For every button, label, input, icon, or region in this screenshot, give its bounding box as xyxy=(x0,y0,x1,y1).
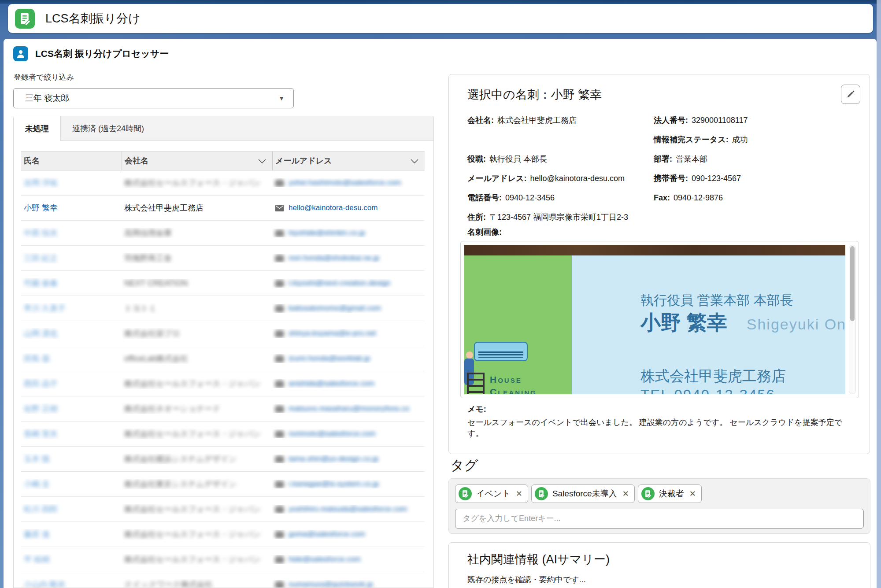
row-company-cell: クイックワーク株式会社 xyxy=(122,579,272,588)
selected-card-panel: 選択中の名刺：小野 繁幸 会社名:株式会社甲斐虎工務店役職:執行役員 本部長メー… xyxy=(448,74,870,454)
table-row[interactable]: 小山内 毅史クイックワーク株式会社numamura@quickwork.jp xyxy=(21,572,425,588)
contact-name-link[interactable]: 小野 繁幸 xyxy=(24,203,58,212)
tab-unprocessed[interactable]: 未処理 xyxy=(14,116,61,141)
table-row[interactable]: 小野 繁幸株式会社甲斐虎工務店hello@kainotora-desu.com xyxy=(21,196,425,221)
contact-name-link[interactable]: 吉岡 洋祐 xyxy=(24,178,58,187)
email-link[interactable]: hide@salesforce.com xyxy=(289,555,361,564)
table-row[interactable]: 松川 四郎株式会社セールスフォース・ジャパンyoshihiro.matsuda@… xyxy=(21,497,425,522)
table-row[interactable]: 三田 紀之羽曳野再工舎nori.honda@shokokai.ne.jp xyxy=(21,246,425,271)
detail-value: 〒123-4567 福岡県宗像市栄町1丁目2-3 xyxy=(489,212,628,222)
email-link[interactable]: yohei.hashimoto@salesforce.com xyxy=(289,178,401,187)
email-link[interactable]: nori.honda@shokokai.ne.jp xyxy=(289,254,379,263)
row-name-cell: 西田 晶子 xyxy=(21,378,122,389)
contact-name-link[interactable]: 中西 恒夫 xyxy=(24,229,58,237)
registrant-filter-select[interactable]: 三年 寝太郎 ▼ xyxy=(13,88,294,108)
table-row[interactable]: 田島 葵officeLab株式会社izumi.honda@worklab.jp xyxy=(21,346,425,371)
row-company-cell: 株式会社ネオーショナード xyxy=(122,403,272,414)
envelope-icon xyxy=(275,355,284,362)
table-row[interactable]: 小嶋 圭株式会社東京システムデザインr.kanegae@ts-system.co… xyxy=(21,472,425,497)
contact-name-link[interactable]: 西田 晶子 xyxy=(24,379,58,388)
main-panel: LCS名刺 振り分けプロセッサー 登録者で絞り込み 三年 寝太郎 ▼ 未処理 連… xyxy=(4,39,877,588)
table-row[interactable]: 西田 晶子株式会社セールスフォース・ジャパンanishida@salesforc… xyxy=(21,371,425,396)
tag-note-icon xyxy=(641,487,655,500)
contact-name-link[interactable]: 三田 紀之 xyxy=(24,254,58,263)
column-header-email[interactable]: メールアドレス xyxy=(272,152,425,170)
contact-name-link[interactable]: 小嶋 圭 xyxy=(24,480,50,488)
tag-remove-icon[interactable]: ✕ xyxy=(622,489,629,499)
email-link[interactable]: t.kiyoshi@next-creation.design xyxy=(289,279,391,288)
contact-name-link[interactable]: 田島 葵 xyxy=(24,354,50,363)
detail-row: Fax:0940-12-9876 xyxy=(654,188,848,207)
contact-name-link[interactable]: 山岡 凛也 xyxy=(24,329,58,338)
email-link[interactable]: tama.shin@ys-design.co.jp xyxy=(289,455,378,463)
edit-button[interactable] xyxy=(841,85,860,104)
tag-remove-icon[interactable]: ✕ xyxy=(516,489,522,499)
photo-blue-section: 執行役員 営業本部 本部長 小野 繁幸 Shigeyuki Ono 株式会社甲斐… xyxy=(572,255,845,394)
email-link[interactable]: matsuno.masaharu@monoryfons.co xyxy=(289,404,409,413)
row-company-cell: officeLab株式会社 xyxy=(122,353,272,364)
detail-row: 部署:営業本部 xyxy=(654,149,848,169)
tags-heading: タグ xyxy=(450,456,478,475)
detail-label: 情報補完ステータス: xyxy=(654,134,729,145)
table-row[interactable]: 中西 恒夫高岡信用金庫hiyohide@shinkin.co.jp xyxy=(21,221,425,246)
contact-name-link[interactable]: 長崎 宣夫 xyxy=(24,429,58,438)
chevron-down-icon[interactable] xyxy=(411,156,418,166)
row-email-cell: yohei.hashimoto@salesforce.com xyxy=(272,178,425,187)
row-company-cell: 株式会社横浜システムデザイン xyxy=(122,454,272,464)
email-link[interactable]: kaitosatomomo@gmail.com xyxy=(289,304,381,313)
detail-label: 住所: xyxy=(467,212,486,222)
image-scrollbar-thumb[interactable] xyxy=(850,246,855,321)
detail-value: 090-123-4567 xyxy=(692,174,741,183)
row-name-cell: 早川 久美子 xyxy=(21,303,122,314)
email-link[interactable]: norimoto@salesforce.com xyxy=(289,429,376,438)
row-name-cell: 田島 葵 xyxy=(21,353,122,364)
tag-remove-icon[interactable]: ✕ xyxy=(689,489,696,499)
table-row[interactable]: 平 祐樹株式会社セールスフォース・ジャパンhide@salesforce.com xyxy=(21,547,425,572)
email-link[interactable]: shinya.koyama@e-pro.net xyxy=(289,329,376,338)
table-row[interactable]: 長崎 宣夫株式会社セールスフォース・ジャパンnorimoto@salesforc… xyxy=(21,422,425,447)
contact-name-link[interactable]: 松川 四郎 xyxy=(24,505,58,514)
column-header-company[interactable]: 会社名 xyxy=(122,152,272,170)
contact-name-link[interactable]: 玉木 慎 xyxy=(24,455,50,463)
tab-linked[interactable]: 連携済 (過去24時間) xyxy=(61,116,155,141)
detail-value: 執行役員 本部長 xyxy=(489,154,547,164)
envelope-icon xyxy=(275,430,284,438)
table-row[interactable]: 山岡 凛也株式会社栄プロshinya.koyama@e-pro.net xyxy=(21,321,425,346)
email-link[interactable]: yoshihiro.matsuda@salesforce.com xyxy=(289,505,407,514)
tag-pill-row: イベント✕Salesforce未導入✕決裁者✕ xyxy=(455,484,864,503)
envelope-icon xyxy=(275,179,284,187)
email-link[interactable]: goma@salesforce.com xyxy=(289,530,365,539)
table-row[interactable]: 藤原 進株式会社セールスフォース・ジャパンgoma@salesforce.com xyxy=(21,522,425,547)
detail-label: 法人番号: xyxy=(654,115,688,126)
chevron-down-icon[interactable] xyxy=(258,156,266,166)
image-scrollbar[interactable] xyxy=(849,245,856,394)
email-link[interactable]: izumi.honda@worklab.jp xyxy=(289,354,370,363)
table-row[interactable]: 玉木 慎株式会社横浜システムデザインtama.shin@ys-design.co… xyxy=(21,447,425,472)
contact-name-link[interactable]: 小山内 毅史 xyxy=(24,580,66,588)
contact-name-link[interactable]: 平 祐樹 xyxy=(24,555,50,564)
detail-label: メールアドレス: xyxy=(467,173,527,184)
table-row[interactable]: 吉岡 洋祐株式会社セールスフォース・ジャパンyohei.hashimoto@sa… xyxy=(21,170,425,196)
tag-label: 決裁者 xyxy=(659,488,684,499)
table-row[interactable]: 佐野 正樹株式会社ネオーショナードmatsuno.masaharu@monory… xyxy=(21,396,425,422)
email-link[interactable]: numamura@quickwork.jp xyxy=(289,580,373,588)
email-link[interactable]: r.kanegae@ts-system.co.jp xyxy=(289,480,379,488)
envelope-icon xyxy=(275,506,284,513)
column-header-name[interactable]: 氏名 xyxy=(21,152,122,170)
tag-input[interactable] xyxy=(455,509,864,529)
envelope-icon xyxy=(275,531,284,538)
contact-name-link[interactable]: 早川 久美子 xyxy=(24,304,66,313)
note-card-icon xyxy=(15,9,35,29)
pencil-icon xyxy=(846,89,855,99)
table-row[interactable]: 竹園 俊春NEXT CREATIONt.kiyoshi@next-creatio… xyxy=(21,271,425,296)
contact-name-link[interactable]: 藤原 進 xyxy=(24,530,50,539)
email-link[interactable]: hello@kainotora-desu.com xyxy=(289,203,378,212)
contact-name-link[interactable]: 竹園 俊春 xyxy=(24,279,58,288)
detail-label: 部署: xyxy=(654,154,672,164)
table-row[interactable]: 早川 久美子トヨトミkaitosatomomo@gmail.com xyxy=(21,296,425,321)
business-card-photo: House Cleaning 執行役員 営業本部 本部長 小野 繁幸 Shige… xyxy=(464,245,845,394)
email-link[interactable]: anishida@salesforce.com xyxy=(289,379,374,388)
contact-name-link[interactable]: 佐野 正樹 xyxy=(24,404,58,413)
photo-name-text: 小野 繁幸 xyxy=(640,309,727,337)
email-link[interactable]: hiyohide@shinkin.co.jp xyxy=(289,229,365,237)
